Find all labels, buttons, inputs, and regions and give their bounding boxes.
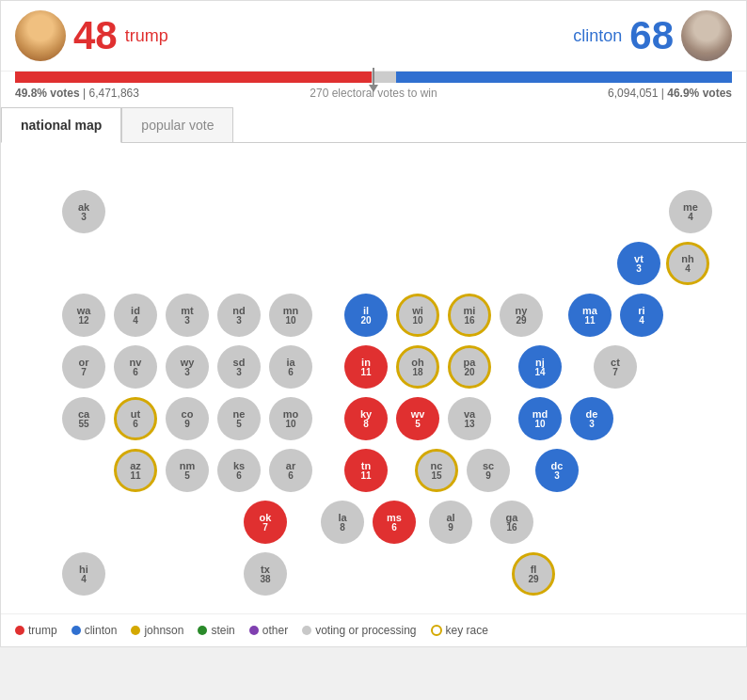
state-sd[interactable]: sd3 [217, 345, 261, 389]
state-fl[interactable]: fl29 [512, 552, 555, 596]
state-nv[interactable]: nv6 [114, 345, 157, 389]
state-md[interactable]: md10 [518, 397, 562, 440]
map-area: ak3me4vt3nh4wa12id4mt3nd3mn10il20wi10mi1… [1, 143, 746, 613]
state-mi[interactable]: mi16 [448, 294, 491, 337]
state-ga[interactable]: ga16 [490, 501, 533, 544]
state-abbr-in: in [361, 358, 371, 368]
state-co[interactable]: co9 [166, 397, 209, 440]
state-abbr-ne: ne [233, 409, 246, 420]
state-ca[interactable]: ca55 [62, 397, 105, 440]
tab-national-map[interactable]: national map [1, 107, 121, 143]
state-id[interactable]: id4 [114, 294, 157, 337]
state-votes-tx: 38 [260, 575, 270, 584]
legend-trump: trump [15, 624, 57, 637]
state-votes-al: 9 [448, 523, 453, 533]
state-votes-wa: 12 [78, 316, 88, 326]
state-nc[interactable]: nc15 [415, 449, 458, 492]
state-mn[interactable]: mn10 [269, 294, 312, 337]
state-nm[interactable]: nm5 [166, 449, 209, 492]
state-votes-nm: 5 [184, 471, 190, 481]
state-abbr-nj: nj [535, 358, 545, 368]
processing-dot [302, 626, 311, 635]
state-votes-co: 9 [184, 420, 190, 429]
state-or[interactable]: or7 [62, 345, 105, 389]
state-votes-ny: 29 [516, 316, 526, 326]
state-abbr-nc: nc [431, 461, 443, 471]
state-abbr-pa: pa [464, 358, 476, 368]
state-votes-ks: 6 [236, 471, 242, 481]
tab-popular-vote[interactable]: popular vote [121, 107, 233, 142]
state-abbr-ma: ma [582, 306, 597, 316]
state-ct[interactable]: ct7 [594, 345, 637, 389]
state-tn[interactable]: tn11 [344, 449, 388, 492]
state-abbr-nd: nd [232, 306, 245, 316]
state-abbr-id: id [131, 306, 140, 316]
state-mo[interactable]: mo10 [269, 397, 312, 440]
state-wv[interactable]: wv5 [396, 397, 439, 440]
state-votes-ma: 11 [584, 316, 595, 326]
state-dc[interactable]: dc3 [535, 449, 579, 492]
state-in[interactable]: in11 [344, 345, 388, 389]
state-abbr-la: la [338, 513, 346, 523]
state-va[interactable]: va13 [448, 397, 491, 440]
state-abbr-wa: wa [77, 306, 91, 316]
state-abbr-hi: hi [79, 565, 88, 575]
trump-vote-stats: 49.8% votes | 6,471,863 [15, 87, 139, 100]
state-sc[interactable]: sc9 [467, 449, 510, 492]
clinton-vote-stats: 6,094,051 | 46.9% votes [608, 87, 732, 100]
state-ne[interactable]: ne5 [217, 397, 261, 440]
legend-stein-label: stein [211, 624, 234, 637]
state-ms[interactable]: ms6 [373, 501, 416, 544]
state-mt[interactable]: mt3 [166, 294, 209, 337]
state-ky[interactable]: ky8 [344, 397, 388, 440]
legend-processing: voting or processing [302, 624, 416, 637]
state-abbr-ks: ks [233, 461, 245, 471]
legend-processing-label: voting or processing [315, 624, 416, 637]
clinton-dot [72, 626, 81, 635]
state-hi[interactable]: hi4 [62, 552, 105, 596]
state-ak[interactable]: ak3 [62, 190, 105, 233]
state-abbr-ct: ct [611, 358, 620, 368]
state-pa[interactable]: pa20 [448, 345, 491, 389]
state-ut[interactable]: ut6 [114, 397, 157, 440]
state-abbr-mt: mt [181, 306, 193, 316]
state-la[interactable]: la8 [321, 501, 364, 544]
state-abbr-sd: sd [233, 358, 246, 368]
state-ar[interactable]: ar6 [269, 449, 312, 492]
state-ma[interactable]: ma11 [568, 294, 612, 337]
state-abbr-va: va [464, 409, 475, 420]
state-oh[interactable]: oh18 [396, 345, 439, 389]
trump-name-label: trump [125, 26, 168, 46]
state-votes-fl: 29 [528, 575, 538, 584]
state-wy[interactable]: wy3 [166, 345, 209, 389]
state-nh[interactable]: nh4 [666, 242, 709, 285]
state-votes-sd: 3 [236, 368, 242, 377]
state-me[interactable]: me4 [669, 190, 712, 233]
state-abbr-tn: tn [361, 461, 371, 471]
state-nd[interactable]: nd3 [217, 294, 261, 337]
state-ok[interactable]: ok7 [244, 501, 287, 544]
state-votes-pa: 20 [464, 368, 474, 377]
state-wa[interactable]: wa12 [62, 294, 105, 337]
state-votes-la: 8 [340, 523, 345, 533]
state-az[interactable]: az11 [114, 449, 157, 492]
state-votes-ar: 6 [288, 471, 294, 481]
state-al[interactable]: al9 [429, 501, 472, 544]
state-votes-nh: 4 [685, 264, 691, 274]
trump-avatar [15, 10, 66, 61]
state-tx[interactable]: tx38 [244, 552, 287, 596]
state-vt[interactable]: vt3 [617, 242, 660, 285]
state-nj[interactable]: nj14 [518, 345, 562, 389]
state-abbr-ms: ms [387, 513, 402, 523]
state-votes-ky: 8 [363, 420, 369, 429]
state-ri[interactable]: ri4 [620, 294, 663, 337]
state-wi[interactable]: wi10 [396, 294, 439, 337]
state-ia[interactable]: ia6 [269, 345, 312, 389]
state-il[interactable]: il20 [344, 294, 388, 337]
state-votes-sc: 9 [485, 471, 491, 481]
state-de[interactable]: de3 [570, 397, 613, 440]
state-ny[interactable]: ny29 [500, 294, 543, 337]
state-ks[interactable]: ks6 [217, 449, 261, 492]
state-abbr-nm: nm [180, 461, 196, 471]
center-arrow [369, 85, 378, 92]
